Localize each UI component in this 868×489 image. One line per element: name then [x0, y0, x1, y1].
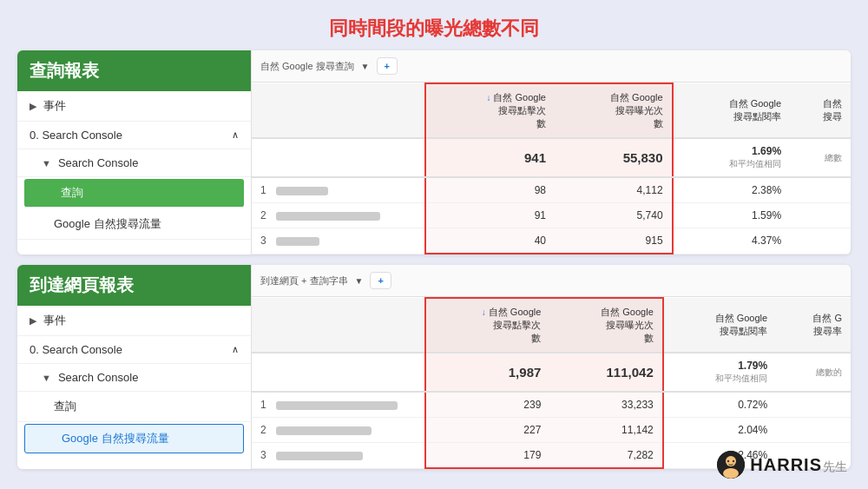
col-header-clicks-2: ↓ 自然 Google搜尋點擊次數 [425, 298, 549, 353]
row-ctr: 4.37% [673, 228, 791, 254]
harris-avatar [717, 451, 745, 479]
main-title: 同時間段的曝光總數不同 [0, 0, 868, 50]
row-clicks: 179 [425, 443, 549, 469]
row-clicks: 227 [425, 418, 549, 443]
chevron-up-icon: ∧ [232, 344, 239, 355]
sidebar-item-organic-1[interactable]: Google 自然搜尋流量 [17, 209, 251, 240]
panel1-table: ↓ 自然 Google搜尋點擊次數 自然 Google搜尋曝光次數 自然 Goo… [252, 83, 851, 254]
panel2-sidebar: 到達網頁報表 ▶ 事件 0. Search Console ∧ ▼ Search… [17, 265, 252, 469]
panel2-content: 到達網頁 + 查詢字串 ▼ + ↓ 自然 Google搜尋點擊次數 [252, 265, 851, 469]
row-num: 2 [252, 418, 425, 443]
table-row: 2 91 5,740 1.59% [252, 203, 851, 228]
row-num: 1 [252, 177, 425, 203]
panel2-table: ↓ 自然 Google搜尋點擊次數 自然 Google搜尋曝光次數 自然 Goo… [252, 297, 851, 469]
panel1-sidebar: 查詢報表 ▶ 事件 0. Search Console ∧ ▼ Search C… [17, 50, 252, 254]
row-ctr: 2.38% [673, 177, 791, 203]
harris-avatar-icon [717, 451, 745, 479]
row-pos [776, 418, 851, 443]
row-clicks: 91 [425, 203, 555, 228]
row-clicks: 98 [425, 177, 555, 203]
col-header-pos-1: 自然搜尋 [790, 83, 851, 138]
sidebar-label: Search Console [58, 371, 139, 384]
row-pos [776, 392, 851, 418]
row-impressions: 11,142 [549, 418, 662, 443]
sidebar-item-event-1[interactable]: ▶ 事件 [17, 91, 251, 122]
harris-text: HARRIS 先生 [750, 455, 847, 475]
row-impressions: 7,282 [549, 443, 662, 469]
harris-logo: HARRIS 先生 [717, 451, 847, 479]
col-header-impressions-1: 自然 Google搜尋曝光次數 [555, 83, 673, 138]
filter-dropdown-icon[interactable]: ▼ [355, 276, 364, 286]
summary-label [252, 138, 425, 177]
summary-label [252, 353, 425, 392]
table-row: 1 239 33,233 0.72% [252, 392, 851, 418]
col-header-clicks-1: ↓ 自然 Google搜尋點擊次數 [425, 83, 555, 138]
row-num: 3 [252, 228, 425, 254]
sidebar-label: 查詢 [54, 399, 76, 414]
summary-ctr-2: 1.79% 和平均值相同 [663, 353, 776, 392]
sidebar-item-sc0-1[interactable]: 0. Search Console ∧ [17, 122, 251, 149]
filter-label: 自然 Google 搜尋查詢 [260, 60, 354, 73]
sidebar-label: 事件 [43, 313, 66, 328]
sidebar-label: Google 自然搜尋流量 [62, 431, 169, 446]
panel1-filter-row: 自然 Google 搜尋查詢 ▼ + [252, 50, 851, 83]
arrow-icon: ▼ [42, 373, 51, 383]
row-num: 3 [252, 443, 425, 469]
col-header-ctr-1: 自然 Google搜尋點閱率 [673, 83, 791, 138]
row-ctr: 2.04% [663, 418, 776, 443]
col-header-name [252, 298, 425, 353]
panel1-header: 查詢報表 [17, 50, 251, 91]
sidebar-item-sc0-2[interactable]: 0. Search Console ∧ [17, 336, 251, 364]
sidebar-item-sc-1[interactable]: ▼ Search Console [17, 149, 251, 177]
sidebar-label: 0. Search Console [30, 129, 122, 142]
panel2-header: 到達網頁報表 [17, 265, 251, 306]
sidebar-item-query-1[interactable]: 查詢 [24, 179, 244, 208]
row-clicks: 40 [425, 228, 555, 254]
sidebar-label: 0. Search Console [30, 343, 122, 356]
summary-clicks-1: 941 [425, 138, 555, 177]
row-pos [790, 228, 851, 254]
table-row: 1 98 4,112 2.38% [252, 177, 851, 203]
sidebar-label: Search Console [58, 156, 139, 169]
row-clicks: 239 [425, 392, 549, 418]
col-header-impressions-2: 自然 Google搜尋曝光次數 [549, 298, 662, 353]
summary-pos-1: 總數 [790, 138, 851, 177]
summary-row-1: 941 55,830 1.69% 和平均值相同 總數 [252, 138, 851, 177]
arrow-icon: ▶ [30, 315, 36, 327]
sidebar-item-event-2[interactable]: ▶ 事件 [17, 306, 251, 336]
svg-point-3 [727, 460, 729, 462]
sidebar-item-sc-2[interactable]: ▼ Search Console [17, 364, 251, 392]
table-row: 3 40 915 4.37% [252, 228, 851, 254]
panel1-content: 自然 Google 搜尋查詢 ▼ + ↓ 自然 Google搜尋點擊次數 [252, 50, 851, 254]
row-impressions: 4,112 [555, 177, 673, 203]
col-header-pos-2: 自然 G搜尋率 [776, 298, 851, 353]
row-num: 1 [252, 392, 425, 418]
row-impressions: 5,740 [555, 203, 673, 228]
add-filter-btn[interactable]: + [370, 272, 391, 289]
summary-pos-2: 總數的 [776, 353, 851, 392]
summary-ctr-1: 1.69% 和平均值相同 [673, 138, 791, 177]
panel1-table-wrapper: ↓ 自然 Google搜尋點擊次數 自然 Google搜尋曝光次數 自然 Goo… [252, 83, 851, 254]
sidebar-label: 查詢 [61, 185, 83, 201]
sidebar-item-organic-2[interactable]: Google 自然搜尋流量 [24, 424, 244, 453]
add-filter-btn[interactable]: + [377, 57, 398, 75]
svg-point-4 [733, 460, 734, 462]
panel1: 查詢報表 ▶ 事件 0. Search Console ∧ ▼ Search C… [17, 50, 851, 254]
row-ctr: 0.72% [663, 392, 776, 418]
panel2-table-wrapper: ↓ 自然 Google搜尋點擊次數 自然 Google搜尋曝光次數 自然 Goo… [252, 297, 851, 469]
svg-point-2 [723, 468, 739, 479]
row-pos [790, 177, 851, 203]
col-header-ctr-2: 自然 Google搜尋點閱率 [663, 298, 776, 353]
row-ctr: 1.59% [673, 203, 791, 228]
row-impressions: 915 [555, 228, 673, 254]
col-header-name [252, 83, 425, 138]
chevron-up-icon: ∧ [232, 129, 239, 141]
table-row: 2 227 11,142 2.04% [252, 418, 851, 443]
panel2-filter-row: 到達網頁 + 查詢字串 ▼ + [252, 265, 851, 297]
filter-dropdown-icon[interactable]: ▼ [361, 62, 370, 71]
summary-row-2: 1,987 111,042 1.79% 和平均值相同 總數的 [252, 353, 851, 392]
sidebar-label: 事件 [43, 98, 66, 114]
summary-clicks-2: 1,987 [425, 353, 549, 392]
sidebar-item-query-2[interactable]: 查詢 [17, 392, 251, 422]
arrow-icon: ▼ [42, 158, 51, 169]
